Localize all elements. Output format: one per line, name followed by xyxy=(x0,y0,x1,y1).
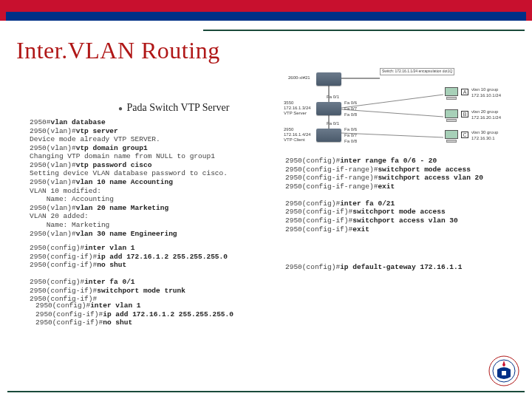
switch-server-port-up: Fa 0/1 xyxy=(327,95,339,99)
cli-vtp-server: 2950#vlan database 2950(vlan)#vtp server… xyxy=(30,118,228,238)
header-bar-red xyxy=(0,0,532,21)
university-logo-icon xyxy=(488,355,520,387)
bullet-line: ● Pada Switch VTP Server xyxy=(118,102,229,114)
switch-client-model: 2950 xyxy=(284,127,293,132)
router-note: Switch: 172.16.1.1/24 encapsulation dot1… xyxy=(380,68,454,75)
pc-c-ip: 172.16.30.1 xyxy=(471,136,495,140)
cli-vlan1-trunk: 2950(config)#inter vlan 1 2950(config-if… xyxy=(30,244,228,304)
router-icon xyxy=(316,72,341,86)
switch-client-port-0: Fa 0/6 xyxy=(344,127,357,132)
switch-client-port-up: Fa 0/1 xyxy=(327,121,339,126)
pc-b-ip: 172.16.20.1/24 xyxy=(471,115,501,120)
switch-server-port-0: Fa 0/6 xyxy=(344,100,357,105)
pc-c-icon xyxy=(443,130,460,143)
divider-bottom xyxy=(7,391,525,392)
cli-default-gw: 2950(config)#ip default-gateway 172.16.1… xyxy=(285,263,462,272)
pc-a-icon xyxy=(443,87,460,100)
switch-server-name: VTP Server xyxy=(284,111,307,115)
switch-server-icon xyxy=(316,102,341,115)
cli-access-vlan: 2950(config)#inter range fa 0/6 - 20 295… xyxy=(285,157,483,233)
switch-server-model: 3550 xyxy=(284,100,293,105)
header-bar-blue xyxy=(6,12,526,21)
pc-c-tag: C xyxy=(461,132,468,138)
bullet-dot-icon: ● xyxy=(118,104,123,112)
switch-server-port-1: Fa 0/7 xyxy=(344,106,357,111)
switch-server-ip: 172.16.1.3/24 xyxy=(284,106,311,110)
pc-a-tag: A xyxy=(461,89,468,95)
pc-a-vlan: vlan 10 group xyxy=(471,87,498,92)
switch-client-ip: 172.16.1.4/24 xyxy=(284,132,311,137)
page-title: Inter.VLAN Routing xyxy=(16,37,532,64)
pc-a-ip: 172.16.10.1/24 xyxy=(471,93,501,98)
divider-top xyxy=(203,30,525,31)
switch-client-port-1: Fa 0/7 xyxy=(344,133,357,137)
pc-b-icon xyxy=(443,109,460,123)
switch-client-icon xyxy=(316,129,341,142)
network-diagram: 2600-xl#21 Switch: 172.16.1.1/24 encapsu… xyxy=(288,71,517,145)
switch-client-name: VTP Client xyxy=(284,137,305,142)
pc-b-tag: B xyxy=(461,111,468,117)
switch-client-port-2: Fa 0/8 xyxy=(344,139,357,143)
cli-vlan1-client: 2950(config)#inter vlan 1 2950(config-if… xyxy=(35,301,233,327)
svg-rect-8 xyxy=(502,371,506,375)
pc-c-vlan: vlan 30 group xyxy=(471,130,498,134)
router-label: 2600-xl#21 xyxy=(288,75,310,80)
pc-b-vlan: vlan 20 group xyxy=(471,109,498,114)
bullet-text: Pada Switch VTP Server xyxy=(127,102,230,113)
switch-server-port-2: Fa 0/8 xyxy=(344,112,357,117)
